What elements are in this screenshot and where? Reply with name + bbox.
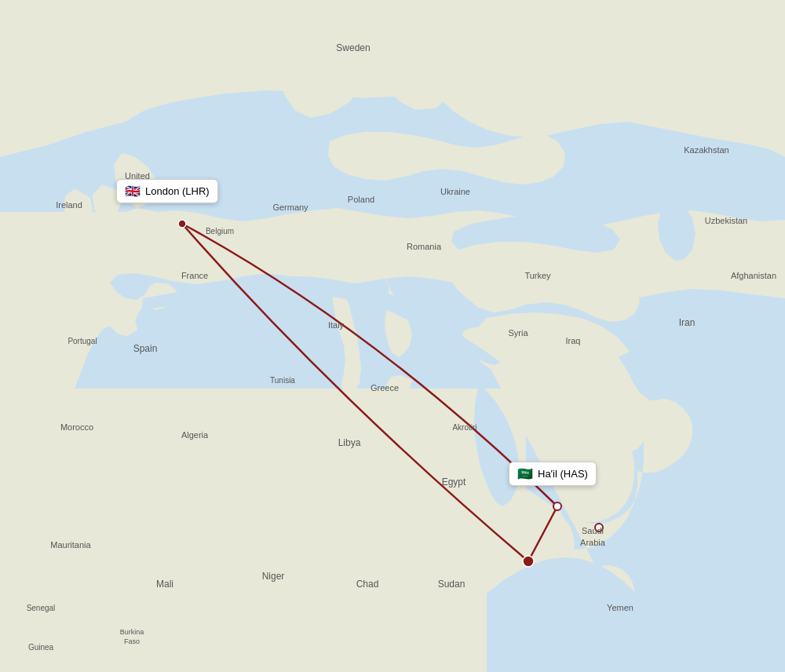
- svg-text:Algeria: Algeria: [181, 430, 209, 440]
- svg-text:Ireland: Ireland: [56, 200, 82, 210]
- svg-text:Faso: Faso: [124, 637, 140, 645]
- svg-text:Ukraine: Ukraine: [440, 187, 470, 196]
- svg-text:Guinea: Guinea: [28, 643, 54, 652]
- svg-text:Iran: Iran: [679, 317, 696, 328]
- svg-text:Poland: Poland: [348, 195, 374, 204]
- svg-text:Syria: Syria: [508, 328, 528, 338]
- svg-text:Spain: Spain: [133, 343, 158, 354]
- svg-text:Afghanistan: Afghanistan: [731, 271, 776, 280]
- svg-text:Libya: Libya: [338, 437, 361, 448]
- svg-text:Italy: Italy: [328, 320, 345, 330]
- svg-point-3: [553, 502, 561, 510]
- svg-text:Mauritania: Mauritania: [50, 540, 91, 550]
- label-sweden: Sweden: [336, 42, 370, 53]
- svg-text:Egypt: Egypt: [442, 477, 466, 488]
- svg-text:Chad: Chad: [356, 579, 379, 590]
- svg-point-2: [178, 220, 186, 228]
- map-svg: Sweden Ireland United Belgium Germany Po…: [0, 0, 785, 672]
- svg-text:Uzbekistan: Uzbekistan: [705, 216, 747, 225]
- svg-text:Arabia: Arabia: [580, 538, 606, 547]
- svg-text:Morocco: Morocco: [60, 422, 93, 432]
- svg-point-5: [523, 556, 534, 567]
- svg-text:France: France: [181, 271, 208, 280]
- svg-text:Senegal: Senegal: [27, 604, 56, 612]
- svg-text:Yemen: Yemen: [607, 603, 633, 612]
- svg-text:Sudan: Sudan: [438, 579, 466, 590]
- svg-text:Iraq: Iraq: [566, 336, 581, 345]
- svg-text:Germany: Germany: [272, 203, 309, 212]
- svg-text:Belgium: Belgium: [206, 227, 234, 236]
- svg-text:Greece: Greece: [371, 383, 399, 393]
- svg-text:Akrotiri: Akrotiri: [452, 423, 476, 432]
- svg-text:Romania: Romania: [407, 242, 442, 251]
- svg-text:Tunisia: Tunisia: [270, 376, 295, 385]
- svg-text:United: United: [125, 171, 150, 181]
- map-container: Sweden Ireland United Belgium Germany Po…: [0, 0, 785, 672]
- svg-text:Mali: Mali: [156, 579, 173, 590]
- svg-text:Burkina: Burkina: [120, 628, 144, 636]
- svg-text:Kazakhstan: Kazakhstan: [684, 145, 728, 155]
- svg-text:Niger: Niger: [262, 571, 285, 582]
- svg-text:Portugal: Portugal: [68, 337, 97, 345]
- svg-text:Turkey: Turkey: [524, 271, 551, 280]
- svg-text:Saudi: Saudi: [582, 526, 604, 535]
